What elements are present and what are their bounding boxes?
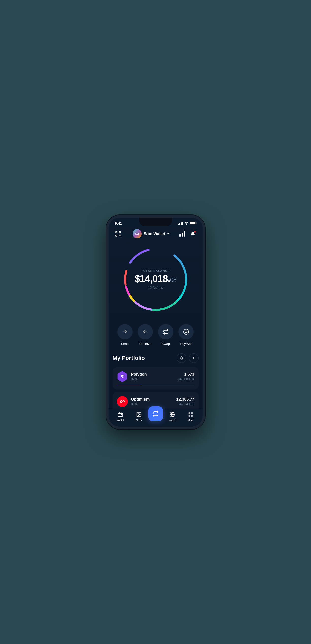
nav-nfts[interactable]: NFTs — [130, 411, 148, 422]
web3-nav-icon — [169, 411, 175, 418]
polygon-usd: $43,003.34 — [178, 377, 194, 381]
buysell-label: Buy/Sell — [180, 342, 192, 346]
portfolio-header: My Portfolio — [113, 353, 199, 363]
balance-amount: $14,018.08 — [130, 274, 181, 284]
asset-row-polygon: Polygon 32% 1.673 $43,003.34 — [117, 371, 194, 382]
polygon-name: Polygon — [131, 372, 175, 377]
web3-nav-label: Web3 — [169, 419, 175, 422]
balance-cents: 08 — [170, 276, 176, 283]
polygon-progress — [117, 385, 194, 385]
avatar: SW — [133, 229, 142, 238]
wallet-nav-icon — [117, 411, 124, 418]
receive-button[interactable]: Receive — [138, 324, 153, 346]
balance-assets: 12 Assets — [130, 286, 181, 290]
balance-main: $14,018. — [135, 273, 170, 284]
send-button[interactable]: Send — [117, 324, 133, 346]
phone-frame: 9:41 — [106, 215, 205, 429]
swap-label: Swap — [161, 342, 170, 346]
wifi-icon — [184, 221, 188, 226]
wallet-nav-label: Wallet — [117, 419, 124, 422]
send-icon — [117, 324, 133, 339]
svg-line-22 — [182, 359, 183, 360]
svg-rect-9 — [182, 233, 183, 237]
balance-label: TOTAL BALANCE — [130, 269, 181, 272]
portfolio-actions — [177, 353, 199, 363]
nav-more[interactable]: More — [182, 411, 200, 422]
signal-icon — [178, 222, 183, 225]
header: SW Sam Wallet ▾ — [109, 227, 203, 241]
polygon-icon — [117, 371, 128, 382]
buysell-icon — [178, 324, 194, 339]
chevron-down-icon: ▾ — [167, 232, 169, 236]
optimism-value: 12,305.77 $42,149.56 — [176, 397, 194, 406]
svg-rect-32 — [191, 415, 193, 416]
status-icons — [178, 221, 197, 226]
wallet-name: Sam Wallet — [144, 232, 165, 236]
receive-icon — [138, 324, 153, 339]
buysell-button[interactable]: Buy/Sell — [178, 324, 194, 346]
portfolio-title: My Portfolio — [113, 355, 145, 361]
swap-button[interactable]: Swap — [158, 324, 173, 346]
more-nav-label: More — [188, 419, 194, 422]
add-asset-button[interactable] — [189, 353, 199, 363]
status-time: 9:41 — [115, 221, 122, 225]
polygon-amount: 1.673 — [178, 372, 194, 377]
bell-icon[interactable] — [189, 229, 197, 238]
svg-rect-10 — [184, 231, 185, 237]
actions-bar: Send Receive — [109, 320, 203, 353]
svg-point-21 — [180, 357, 183, 359]
optimism-amount: 12,305.77 — [176, 397, 194, 402]
wallet-selector[interactable]: SW Sam Wallet ▾ — [133, 229, 169, 238]
optimism-info: Optimism 31% — [131, 397, 173, 406]
svg-rect-31 — [189, 415, 190, 416]
receive-label: Receive — [139, 342, 151, 346]
svg-rect-2 — [116, 231, 117, 233]
asset-card-polygon[interactable]: Polygon 32% 1.673 $43,003.34 — [113, 367, 199, 389]
nav-web3[interactable]: Web3 — [163, 411, 182, 422]
nav-wallet[interactable]: Wallet — [111, 411, 130, 422]
scan-icon[interactable] — [114, 229, 122, 238]
asset-row-optimism: OP Optimism 31% 12,305.77 $42,149.56 — [117, 396, 194, 407]
optimism-usd: $42,149.56 — [176, 402, 194, 406]
svg-point-26 — [138, 413, 138, 414]
screen: 9:41 — [109, 218, 203, 427]
battery-icon — [190, 221, 197, 226]
header-left — [114, 229, 122, 238]
polygon-value: 1.673 $43,003.34 — [178, 372, 194, 381]
optimism-icon: OP — [117, 396, 128, 407]
nav-center[interactable] — [148, 411, 163, 421]
nfts-nav-label: NFTs — [136, 419, 142, 422]
header-right — [179, 229, 197, 238]
svg-rect-4 — [116, 235, 117, 236]
send-label: Send — [121, 342, 129, 346]
svg-rect-8 — [179, 234, 181, 237]
polygon-progress-bar — [117, 385, 142, 385]
svg-rect-30 — [191, 412, 193, 414]
svg-rect-1 — [195, 222, 196, 224]
svg-rect-0 — [190, 222, 195, 224]
more-nav-icon — [187, 411, 194, 418]
optimism-name: Optimism — [131, 397, 173, 402]
polygon-pct: 32% — [131, 377, 175, 381]
balance-ring: TOTAL BALANCE $14,018.08 12 Assets — [120, 244, 191, 315]
polygon-info: Polygon 32% — [131, 372, 175, 381]
notification-badge — [194, 230, 196, 233]
search-button[interactable] — [177, 353, 186, 363]
swap-icon — [158, 324, 173, 339]
balance-section: TOTAL BALANCE $14,018.08 12 Assets — [109, 241, 203, 320]
bottom-nav: Wallet NFTs — [109, 409, 203, 427]
optimism-pct: 31% — [131, 402, 173, 406]
svg-rect-3 — [119, 231, 120, 233]
nfts-nav-icon — [136, 411, 142, 418]
chart-icon[interactable] — [179, 231, 185, 237]
notch — [139, 218, 172, 226]
svg-rect-29 — [189, 412, 190, 414]
center-action-button[interactable] — [148, 406, 163, 421]
balance-info: TOTAL BALANCE $14,018.08 12 Assets — [130, 269, 181, 290]
